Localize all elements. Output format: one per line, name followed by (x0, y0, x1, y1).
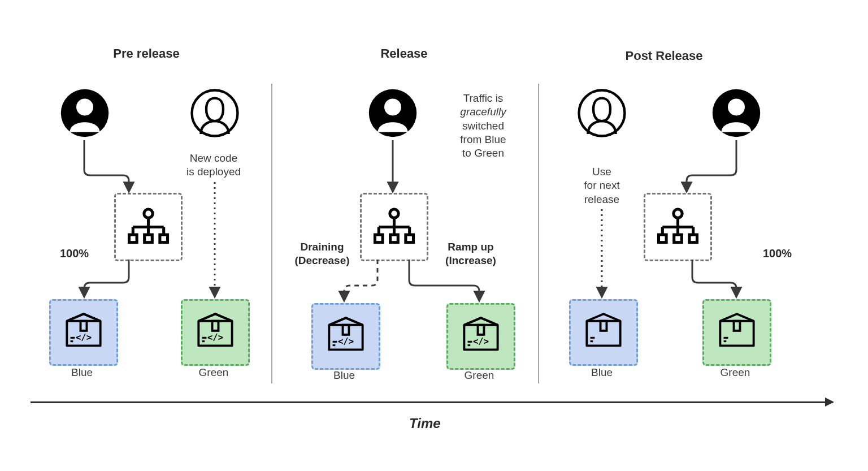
label-rampup: Ramp up(Increase) (434, 240, 507, 267)
svg-point-31 (728, 98, 745, 115)
env-blue-post (569, 299, 638, 366)
svg-point-32 (674, 209, 682, 218)
label-blue-post: Blue (569, 366, 635, 379)
time-axis-label: Time (409, 416, 441, 431)
label-blue-release: Blue (311, 369, 377, 382)
note-traffic: Traffic is gracefully switched from Blue… (446, 92, 520, 161)
label-green-release: Green (446, 369, 512, 382)
divider-2 (538, 84, 539, 383)
svg-rect-42 (601, 321, 607, 331)
label-draining: Draining(Decrease) (285, 240, 359, 267)
env-green-post (702, 299, 771, 366)
svg-rect-46 (734, 321, 740, 331)
svg-rect-39 (674, 235, 682, 243)
arrows-pre: </> (0, 0, 868, 471)
user-icon-outline-post (576, 88, 627, 139)
env-blue-release (311, 303, 380, 370)
svg-rect-27 (406, 235, 414, 243)
user-icon-solid-release (367, 88, 418, 139)
note-use-next: Use for next release (565, 165, 639, 206)
svg-rect-25 (375, 235, 383, 243)
env-green-release (446, 303, 515, 370)
svg-rect-40 (689, 235, 697, 243)
svg-point-18 (384, 98, 401, 115)
label-green-post: Green (702, 366, 768, 379)
loadbalancer-release (360, 193, 428, 261)
svg-rect-26 (390, 235, 398, 243)
svg-rect-38 (659, 235, 667, 243)
divider-1 (271, 84, 272, 383)
user-icon-solid-post (711, 88, 762, 139)
time-axis (31, 401, 833, 403)
svg-point-19 (390, 209, 398, 218)
pct-post: 100% (763, 247, 792, 260)
loadbalancer-post (644, 193, 712, 261)
